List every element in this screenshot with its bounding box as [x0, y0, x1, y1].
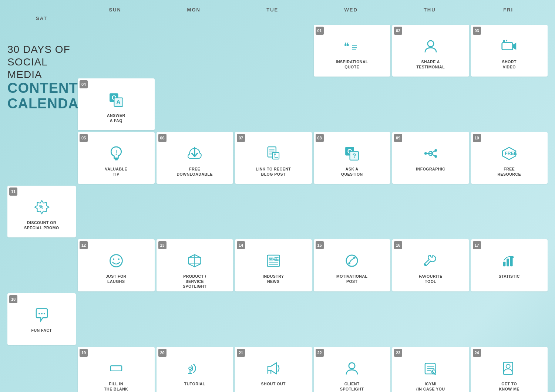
day-fri: FRI [469, 6, 548, 14]
cell-label-22: CLIENTSPOTLIGHT [340, 382, 364, 392]
icon-statistic [501, 253, 517, 271]
svg-point-48 [349, 262, 351, 264]
svg-point-49 [425, 264, 426, 266]
cell-num-11: 11 [9, 187, 17, 196]
icon-news: NEWS [265, 253, 282, 271]
svg-point-61 [349, 363, 355, 369]
cell-num-01: 01 [316, 27, 324, 35]
svg-rect-13 [114, 158, 118, 159]
svg-point-22 [274, 153, 276, 155]
cell-num-21: 21 [237, 349, 245, 357]
cell-15: 15 MOTIVATIONALPOST [314, 239, 391, 291]
svg-rect-51 [507, 259, 509, 267]
cell-label-17: STATISTIC [499, 274, 520, 279]
cell-label-07: LINK TO RECENTBLOG POST [256, 167, 291, 177]
cell-14: 14 NEWS INDUSTRYNEWS [235, 239, 312, 291]
cell-16: 16 FAVOURITETOOL [392, 239, 469, 291]
cell-10: 10 FREE FREERESOURCE [471, 132, 548, 184]
icon-shoutout [265, 360, 282, 379]
cell-num-04: 04 [80, 80, 88, 88]
cell-num-20: 20 [158, 349, 166, 357]
cell-label-08: ASK AQUESTION [341, 167, 363, 177]
svg-rect-14 [115, 159, 118, 160]
svg-point-27 [434, 149, 437, 152]
cell-02: 02 SHARE ATESTIMONIAL [392, 25, 469, 77]
cell-num-08: 08 [316, 134, 324, 142]
icon-testimonial [423, 38, 439, 57]
cell-04: 04 Q A ANSWERA FAQ [78, 78, 155, 130]
svg-rect-5 [502, 43, 513, 50]
cell-label-16: FAVOURITETOOL [419, 274, 443, 284]
svg-text:?: ? [353, 152, 356, 159]
day-sun: SUN [76, 6, 155, 14]
svg-point-47 [353, 257, 356, 259]
svg-point-28 [434, 155, 437, 158]
icon-icymi [423, 360, 439, 379]
title-cell: 30 DAYS OF SOCIAL MEDIA CONTENT CALENDAR [7, 25, 76, 130]
cell-20: 20 TUTORIAL [157, 347, 233, 392]
cell-num-15: 15 [316, 241, 324, 249]
title-sub: CONTENT CALENDAR [7, 81, 74, 112]
cell-num-06: 06 [158, 134, 166, 142]
icon-tutorial [186, 360, 203, 379]
cell-num-07: 07 [237, 134, 245, 142]
cell-label-21: SHOUT OUT [261, 382, 286, 387]
cell-22: 22 CLIENTSPOTLIGHT [314, 347, 391, 392]
cell-17: 17 STATISTIC [471, 239, 548, 291]
icon-funfact [34, 307, 50, 325]
cell-num-19: 19 [80, 349, 88, 357]
svg-point-53 [512, 256, 514, 258]
cell-num-18: 18 [9, 295, 17, 303]
cell-label-10: FREERESOURCE [497, 167, 521, 177]
cell-label-11: DISCOUNT ORSPECIAL PROMO [24, 220, 59, 230]
day-mon: MON [155, 6, 233, 14]
svg-point-54 [38, 313, 40, 314]
cell-label-09: INFOGRAPHIC [416, 167, 445, 172]
icon-question: Q ? [344, 145, 360, 164]
cell-07: 07 LINK TO RECENTBLOG POST [235, 132, 312, 184]
svg-text:❝: ❝ [344, 41, 349, 52]
cell-23: 23 ICYMI(IN CASE YOUMISSED IT) POST [392, 347, 469, 392]
cell-num-02: 02 [394, 27, 402, 35]
icon-laugh [108, 253, 124, 271]
svg-point-35 [118, 258, 120, 260]
svg-point-7 [503, 40, 505, 43]
svg-point-55 [41, 313, 42, 314]
icon-discount: % [34, 199, 50, 217]
cell-label-12: JUST FORLAUGHS [106, 274, 127, 284]
svg-rect-50 [503, 262, 506, 266]
title-main: 30 DAYS OF SOCIAL MEDIA [7, 43, 74, 81]
icon-free: FREE [501, 145, 517, 164]
cell-08: 08 Q ? ASK AQUESTION [314, 132, 391, 184]
day-sat: SAT [7, 14, 76, 23]
cell-label-01: INSPIRATIONALQUOTE [336, 60, 368, 70]
cell-num-22: 22 [316, 349, 324, 357]
cell-13: 13 PRODUCT /SERVICESPOTLIGHT [157, 239, 233, 291]
icon-blank [108, 360, 124, 379]
cell-label-20: TUTORIAL [184, 382, 205, 387]
svg-point-68 [506, 364, 510, 368]
icon-motivational [344, 253, 360, 271]
cell-label-24: GET TOKNOW ME [499, 382, 519, 392]
days-header: SUN MON TUE WED THU FRI SAT [7, 6, 548, 23]
cell-label-23: ICYMI(IN CASE YOUMISSED IT) POST [413, 382, 448, 392]
main-container: SUN MON TUE WED THU FRI SAT 30 DAYS OF S… [0, 0, 555, 392]
cell-label-04: ANSWERA FAQ [107, 113, 125, 123]
svg-text:%: % [38, 204, 43, 210]
svg-point-29 [424, 152, 427, 155]
svg-text:A: A [116, 99, 121, 105]
cell-num-14: 14 [237, 241, 245, 249]
icon-tip [108, 145, 124, 164]
cell-label-06: FREEDOWNLOADABLE [176, 167, 213, 177]
cell-03: 03 SHORTVIDEO [471, 25, 548, 77]
svg-point-56 [43, 313, 45, 314]
icon-video [501, 38, 517, 57]
day-thu: THU [390, 6, 469, 14]
svg-point-16 [115, 154, 117, 155]
cell-24: 24 GET TOKNOW ME [471, 347, 548, 392]
icon-knowme [501, 360, 517, 379]
cell-19: 19 FILL INTHE BLANK [78, 347, 155, 392]
cell-num-16: 16 [394, 241, 402, 249]
cell-label-14: INDUSTRYNEWS [263, 274, 284, 284]
cell-num-10: 10 [473, 134, 481, 142]
